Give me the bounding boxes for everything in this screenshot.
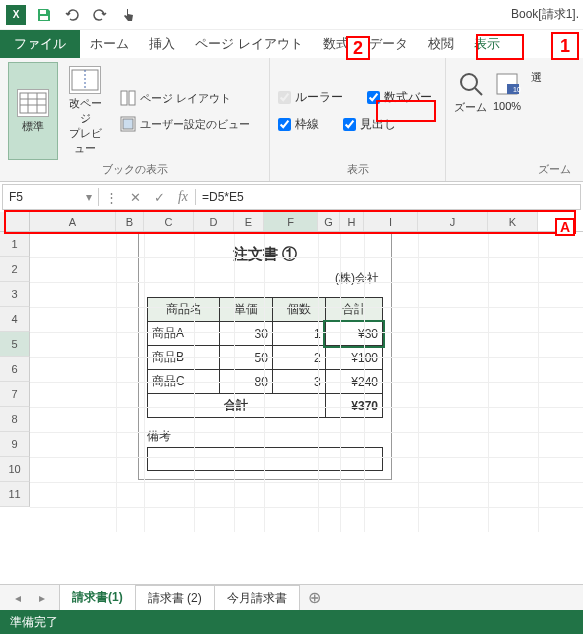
zoom-button[interactable]: ズーム	[454, 70, 487, 115]
status-bar: 準備完了	[0, 610, 583, 634]
doc-title: 注文書 ①	[147, 245, 383, 264]
annotation-1: 1	[551, 32, 579, 60]
row-header-9[interactable]: 9	[0, 432, 30, 457]
svg-point-13	[461, 74, 477, 90]
svg-rect-1	[40, 16, 48, 20]
check-gridlines[interactable]: 枠線	[278, 116, 319, 133]
touch-mode-icon[interactable]	[116, 3, 140, 27]
tab-review[interactable]: 校閲	[418, 30, 464, 58]
remarks-box[interactable]	[147, 447, 383, 471]
tab-insert[interactable]: 挿入	[139, 30, 185, 58]
name-box[interactable]: F5▾	[3, 188, 99, 206]
add-sheet-icon[interactable]: ⊕	[300, 588, 330, 607]
annotation-a: A	[555, 218, 575, 236]
zoom-100-button[interactable]: 100100%	[493, 70, 521, 112]
svg-rect-12	[123, 119, 133, 129]
zoom-selection-button[interactable]: 選	[527, 70, 545, 85]
enter-icon[interactable]: ✓	[147, 190, 171, 205]
row-headers: 1234567891011	[0, 232, 30, 532]
undo-icon[interactable]	[60, 3, 84, 27]
quick-access-toolbar: X Book[請求1].	[0, 0, 583, 30]
formula-input[interactable]: =D5*E5	[196, 188, 580, 206]
sheet-next-icon[interactable]: ▸	[39, 591, 45, 605]
cells-area[interactable]: 注文書 ① (株)会社 商品名 単価 個数 合計 商品A 30 1 ¥30 商品…	[30, 232, 583, 532]
row-header-1[interactable]: 1	[0, 232, 30, 257]
dropdown-icon[interactable]: ▾	[86, 190, 92, 204]
svg-rect-10	[129, 91, 135, 105]
row-header-3[interactable]: 3	[0, 282, 30, 307]
total-label: 合計	[148, 394, 326, 418]
view-page-break-button[interactable]: 改ページ プレビュー	[60, 62, 110, 160]
excel-logo: X	[4, 3, 28, 27]
row-header-8[interactable]: 8	[0, 407, 30, 432]
selected-cell[interactable]: ¥30	[325, 322, 382, 346]
sheet-tab-3[interactable]: 今月請求書	[214, 585, 300, 611]
row-header-11[interactable]: 11	[0, 482, 30, 507]
tab-file[interactable]: ファイル	[0, 30, 80, 58]
group-label-show: 表示	[278, 160, 437, 177]
redo-icon[interactable]	[88, 3, 112, 27]
svg-rect-0	[40, 10, 46, 14]
svg-rect-9	[121, 91, 127, 105]
row-header-2[interactable]: 2	[0, 257, 30, 282]
tab-page-layout[interactable]: ページ レイアウト	[185, 30, 313, 58]
status-text: 準備完了	[10, 614, 58, 631]
fx-icon[interactable]: fx	[171, 189, 195, 205]
row-header-7[interactable]: 7	[0, 382, 30, 407]
sheet-tab-1[interactable]: 請求書(1)	[59, 584, 136, 612]
expand-icon[interactable]: ⋮	[99, 190, 123, 205]
cancel-icon[interactable]: ✕	[123, 190, 147, 205]
svg-line-14	[475, 88, 482, 95]
group-label-zoom: ズーム	[454, 160, 575, 177]
doc-company: (株)会社	[147, 270, 379, 287]
annotation-box-formula-bar	[4, 210, 576, 234]
cell[interactable]: 商品A	[148, 322, 220, 346]
ribbon: 標準 改ページ プレビュー ページ レイアウト ユーザー設定のビュー ブックの表…	[0, 58, 583, 182]
check-ruler[interactable]: ルーラー	[278, 89, 343, 106]
workbook-title: Book[請求1].	[511, 6, 579, 23]
tab-home[interactable]: ホーム	[80, 30, 139, 58]
annotation-2: 2	[346, 36, 370, 60]
total-value[interactable]: ¥370	[325, 394, 382, 418]
row-header-4[interactable]: 4	[0, 307, 30, 332]
svg-rect-2	[20, 93, 46, 113]
row-header-6[interactable]: 6	[0, 357, 30, 382]
view-normal-button[interactable]: 標準	[8, 62, 58, 160]
annotation-box-formula-bar-check	[376, 100, 436, 122]
group-label-views: ブックの表示	[8, 160, 261, 177]
view-custom-button[interactable]: ユーザー設定のビュー	[116, 114, 254, 134]
remarks-label: 備考	[147, 428, 383, 445]
row-header-5[interactable]: 5	[0, 332, 30, 357]
order-document: 注文書 ① (株)会社 商品名 単価 個数 合計 商品A 30 1 ¥30 商品…	[138, 232, 392, 480]
row-header-10[interactable]: 10	[0, 457, 30, 482]
grid-area: 1234567891011 注文書 ① (株)会社 商品名 単価 個数 合計 商…	[0, 232, 583, 532]
sheet-tabs: ◂▸ 請求書(1) 請求書 (2) 今月請求書 ⊕	[0, 584, 583, 610]
formula-bar: F5▾ ⋮ ✕ ✓ fx =D5*E5	[2, 184, 581, 210]
th-name: 商品名	[148, 298, 220, 322]
save-icon[interactable]	[32, 3, 56, 27]
sheet-prev-icon[interactable]: ◂	[15, 591, 21, 605]
sheet-tab-2[interactable]: 請求書 (2)	[135, 585, 215, 611]
svg-text:100: 100	[513, 86, 521, 93]
annotation-box-view-tab	[476, 34, 524, 60]
th-total: 合計	[325, 298, 382, 322]
view-page-layout-button[interactable]: ページ レイアウト	[116, 88, 254, 108]
